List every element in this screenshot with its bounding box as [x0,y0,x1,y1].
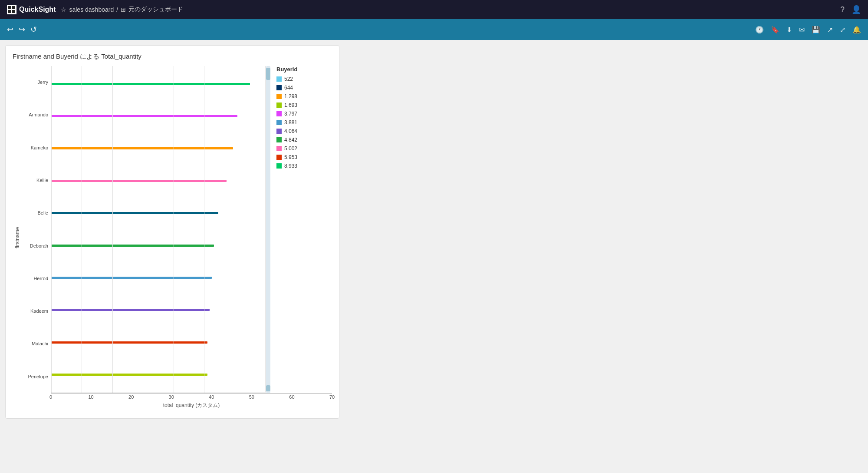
topnav: QuickSight ☆ sales dashboard / ⊞ 元のダッシュボ… [0,0,868,19]
history-icon[interactable]: 🕐 [755,26,764,34]
legend-label: 5,002 [284,146,297,152]
y-name: Penelope [20,374,48,380]
bar-rows [51,66,265,393]
legend-item: 8,933 [276,163,332,169]
chart-inner: JerryArmandoKamekoKellieBelleDeborahHerr… [20,66,332,409]
grid-line [204,66,204,393]
breadcrumb-sep: / [116,6,118,13]
y-name: Armando [20,112,48,118]
legend-swatch [276,94,282,99]
toolbar-left: ↩ ↪ ↺ [7,25,37,34]
x-tick: 0 [49,394,52,400]
bar [51,147,233,149]
legend-label: 8,933 [284,163,297,169]
bell-icon[interactable]: 🔔 [852,26,861,34]
legend-area: Buyerid 5226441,2981,6933,7973,8814,0644… [271,66,332,393]
grid-line [174,66,174,393]
y-name: Malachi [20,341,48,347]
bar [51,277,212,279]
bookmark-icon[interactable]: 🔖 [771,26,779,34]
bar-row [51,178,265,184]
bar [51,245,214,247]
legend-swatch [276,137,282,142]
email-icon[interactable]: ✉ [799,26,805,34]
legend-title: Buyerid [276,66,332,73]
breadcrumb: ☆ sales dashboard / ⊞ 元のダッシュボード [61,6,183,13]
main-content: Firstname and Buyerid による Total_quantity… [0,40,868,473]
download-icon[interactable]: ⬇ [786,26,792,34]
bar [51,212,218,214]
y-names: JerryArmandoKamekoKellieBelleDeborahHerr… [20,66,51,393]
help-icon[interactable]: ? [840,5,845,14]
grid-line [265,66,266,393]
logo[interactable]: QuickSight [7,5,56,14]
legend-item: 3,797 [276,111,332,117]
legend-label: 644 [284,85,293,91]
y-name: Jerry [20,79,48,85]
bar-row [51,146,265,152]
plot-area: JerryArmandoKamekoKellieBelleDeborahHerr… [20,66,332,393]
legend-swatch [276,76,282,82]
bar [51,83,250,85]
bar [51,115,237,117]
breadcrumb-title[interactable]: sales dashboard [69,6,114,13]
legend-item: 5,953 [276,154,332,160]
user-icon[interactable]: 👤 [852,5,861,14]
expand-icon[interactable]: ⤢ [840,26,845,34]
grid-line [235,66,235,393]
svg-rect-0 [8,6,11,9]
legend-label: 4,842 [284,137,297,143]
y-name: Kellie [20,178,48,183]
legend-item: 4,842 [276,137,332,143]
legend-label: 5,953 [284,154,297,160]
legend-item: 522 [276,76,332,82]
bar-row [51,113,265,119]
bar-row [51,242,265,248]
legend-swatch [276,85,282,90]
bar-row [51,339,265,345]
legend-label: 3,881 [284,119,297,126]
share-icon[interactable]: ↗ [827,26,833,34]
save-icon[interactable]: 💾 [812,26,820,34]
bar [51,341,207,344]
toolbar: ↩ ↪ ↺ 🕐 🔖 ⬇ ✉ 💾 ↗ ⤢ 🔔 [0,19,868,40]
redo-icon[interactable]: ↪ [19,25,25,34]
x-axis-ticks: 010203040506070 [51,393,332,400]
grid-line [51,66,52,393]
y-name: Deborah [20,243,48,249]
breadcrumb-sub[interactable]: 元のダッシュボード [128,6,183,13]
y-name: Herrod [20,276,48,281]
legend-label: 3,797 [284,111,297,117]
legend-label: 522 [284,76,293,82]
bars-area [51,66,265,393]
legend-swatch [276,103,282,108]
y-axis-label: firstname [13,66,20,409]
x-tick: 20 [128,394,134,400]
legend-item: 5,002 [276,146,332,152]
x-axis-label: total_quantity (カスタム) [51,402,332,409]
scrollbar[interactable] [265,66,271,393]
x-tick: 50 [249,394,254,400]
breadcrumb-star[interactable]: ☆ [61,6,66,13]
y-name: Kameko [20,145,48,151]
x-tick: 40 [209,394,214,400]
chart-title: Firstname and Buyerid による Total_quantity [13,53,332,61]
legend-swatch [276,129,282,134]
bar [51,374,207,376]
x-tick: 60 [289,394,294,400]
legend-item: 644 [276,85,332,91]
bar-row [51,372,265,378]
legend-item: 1,693 [276,102,332,108]
logo-icon [7,5,16,14]
svg-rect-3 [12,10,15,13]
svg-rect-1 [12,6,15,9]
grid-line [82,66,82,393]
chart-area: firstname JerryArmandoKamekoKellieBelleD… [13,66,332,409]
refresh-icon[interactable]: ↺ [30,25,37,34]
undo-icon[interactable]: ↩ [7,25,13,34]
legend-swatch [276,155,282,160]
legend-item: 4,064 [276,128,332,134]
topnav-right: ? 👤 [840,5,861,14]
legend-swatch [276,120,282,125]
bar-row [51,210,265,216]
